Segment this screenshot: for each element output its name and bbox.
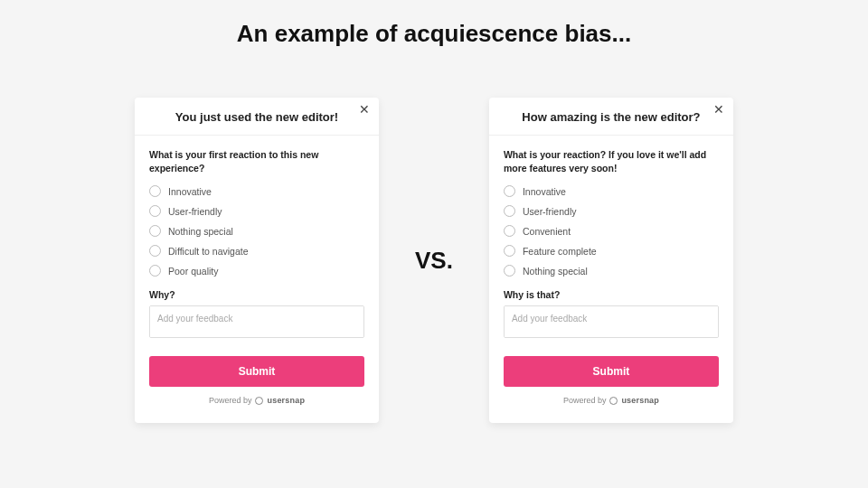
option-label: User-friendly [523, 206, 577, 217]
powered-brand: usersnap [621, 396, 659, 405]
close-icon[interactable]: ✕ [713, 103, 724, 116]
radio-icon [149, 225, 161, 237]
page-title: An example of acquiescence bias... [0, 0, 868, 48]
radio-option[interactable]: User-friendly [504, 205, 719, 217]
radio-icon [504, 205, 515, 217]
close-icon[interactable]: ✕ [359, 103, 370, 116]
card-header: How amazing is the new editor? ✕ [489, 98, 733, 136]
powered-brand: usersnap [267, 396, 305, 405]
feedback-input[interactable] [504, 305, 719, 338]
radio-option[interactable]: Poor quality [149, 265, 364, 277]
radio-option[interactable]: Nothing special [504, 265, 719, 277]
usersnap-icon [255, 397, 263, 405]
card-title: You just used the new editor! [149, 110, 364, 124]
option-label: Convenient [523, 226, 571, 237]
radio-option[interactable]: User-friendly [149, 205, 364, 217]
radio-icon [504, 225, 515, 237]
option-label: Innovative [523, 186, 566, 197]
card-body: What is your reaction? If you love it we… [489, 136, 733, 414]
submit-button[interactable]: Submit [149, 356, 364, 387]
option-label: User-friendly [168, 206, 222, 217]
radio-icon [149, 185, 161, 197]
radio-icon [504, 245, 515, 257]
powered-by: Powered by usersnap [149, 396, 364, 405]
option-label: Feature complete [523, 246, 597, 257]
survey-card-left: You just used the new editor! ✕ What is … [135, 98, 379, 423]
option-label: Poor quality [168, 266, 218, 277]
card-title: How amazing is the new editor? [504, 110, 719, 124]
card-header: You just used the new editor! ✕ [135, 98, 379, 136]
cards-row: You just used the new editor! ✕ What is … [0, 98, 868, 423]
radio-option[interactable]: Difficult to navigate [149, 245, 364, 257]
usersnap-icon [609, 397, 618, 405]
survey-question: What is your reaction? If you love it we… [504, 148, 719, 174]
why-label: Why? [149, 289, 364, 300]
radio-icon [149, 205, 161, 217]
option-label: Difficult to navigate [168, 246, 249, 257]
radio-option[interactable]: Innovative [149, 185, 364, 197]
option-label: Nothing special [523, 266, 588, 277]
vs-label: VS. [415, 247, 453, 275]
powered-by: Powered by usersnap [504, 396, 719, 405]
radio-option[interactable]: Convenient [504, 225, 719, 237]
powered-prefix: Powered by [209, 396, 252, 405]
option-label: Nothing special [168, 226, 233, 237]
radio-icon [504, 265, 515, 277]
radio-option[interactable]: Feature complete [504, 245, 719, 257]
radio-option[interactable]: Innovative [504, 185, 719, 197]
why-label: Why is that? [504, 289, 719, 300]
radio-option[interactable]: Nothing special [149, 225, 364, 237]
options-list: Innovative User-friendly Convenient Feat… [504, 185, 719, 277]
option-label: Innovative [168, 186, 212, 197]
radio-icon [149, 265, 161, 277]
radio-icon [504, 185, 515, 197]
feedback-input[interactable] [149, 305, 364, 338]
card-body: What is your first reaction to this new … [135, 136, 379, 414]
powered-prefix: Powered by [563, 396, 607, 405]
survey-card-right: How amazing is the new editor? ✕ What is… [489, 98, 733, 423]
survey-question: What is your first reaction to this new … [149, 148, 364, 174]
options-list: Innovative User-friendly Nothing special… [149, 185, 364, 277]
submit-button[interactable]: Submit [504, 356, 719, 387]
radio-icon [149, 245, 161, 257]
